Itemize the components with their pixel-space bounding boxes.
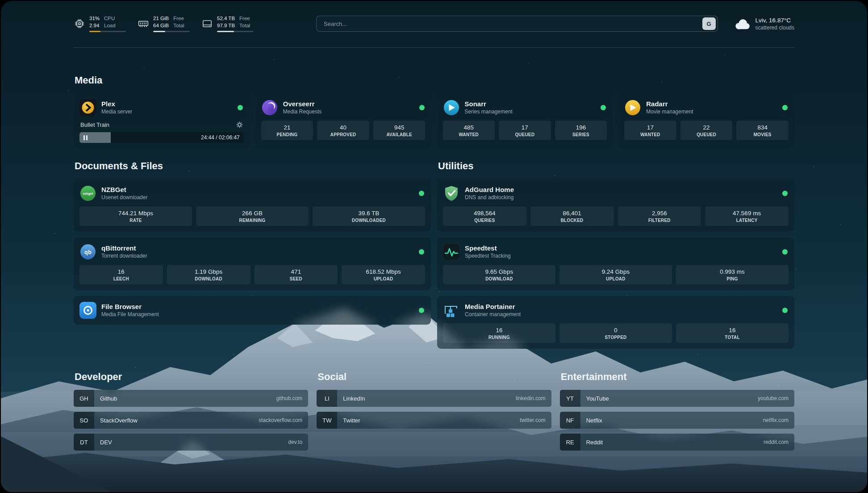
stat-wanted: 485 WANTED <box>443 121 495 140</box>
section-documents: Documents & Files nzbget <box>74 160 431 325</box>
service-card-sonarr[interactable]: Sonarr Series management 485 WANTED 17 Q… <box>437 93 613 149</box>
cpu-load-label: Load <box>104 22 116 29</box>
stat-leech: 16 LEECH <box>79 265 163 284</box>
stat-total: 16 TOTAL <box>676 323 789 343</box>
filebrowser-icon <box>79 302 96 319</box>
memory-total-label: Total <box>173 22 184 29</box>
qbittorrent-header[interactable]: qb qBittorrent Torrent downloader <box>79 243 425 260</box>
bookmark-url: reddit.com <box>764 439 789 445</box>
section-entertainment: Entertainment YT YouTube youtube.com NF … <box>560 371 794 451</box>
header-divider <box>74 47 794 48</box>
memory-free: 21 GiB <box>153 15 169 22</box>
sonarr-icon <box>443 99 460 116</box>
stat-blocked: 86,401 BLOCKED <box>530 206 614 226</box>
bookmark-abbr: NF <box>560 412 580 429</box>
disk-usage-fill <box>217 31 234 32</box>
stat-queued: 17 QUEUED <box>499 121 551 140</box>
bookmark-abbr: DT <box>74 434 94 451</box>
stat-downloaded: 39.6 TB DOWNLOADED <box>313 206 425 226</box>
stat-movies: 834 MOVIES <box>736 121 789 140</box>
bookmark-abbr: GH <box>74 390 94 407</box>
nzbget-header[interactable]: nzbget NZBGet Usenet downloader <box>79 185 425 202</box>
svg-text:nzbget: nzbget <box>83 192 93 196</box>
bookmark-abbr: YT <box>560 390 580 407</box>
portainer-icon <box>443 302 460 319</box>
service-card-radarr[interactable]: Radarr Movie management 17 WANTED 22 QUE… <box>618 93 794 149</box>
adguard-header[interactable]: AdGuard Home DNS and adblocking <box>443 185 789 202</box>
plex-header[interactable]: Plex Media server <box>79 99 244 116</box>
status-dot <box>782 105 788 110</box>
bookmark-github[interactable]: GH Github github.com <box>74 390 308 407</box>
bookmark-netflix[interactable]: NF Netflix netflix.com <box>560 412 794 429</box>
service-card-adguard[interactable]: AdGuard Home DNS and adblocking 498,564 … <box>437 179 794 232</box>
disk-free-label: Free <box>239 15 250 22</box>
status-dot <box>419 308 424 313</box>
app-name: Radarr <box>646 100 693 109</box>
bookmark-url: github.com <box>276 395 303 401</box>
disk-icon <box>201 18 213 29</box>
service-card-speedtest[interactable]: Speedtest Speedtest Tracking 9.65 Gbps D… <box>437 238 794 290</box>
resource-widgets: 31% 2.94 CPU Load <box>74 15 254 32</box>
status-dot <box>419 105 425 110</box>
cpu-icon <box>74 18 85 29</box>
bookmark-name: Twitter <box>343 417 360 424</box>
gear-icon[interactable] <box>236 121 243 128</box>
app-name: AdGuard Home <box>465 185 514 194</box>
portainer-header[interactable]: Media Portainer Container management <box>443 302 789 319</box>
memory-usage-bar <box>153 31 190 32</box>
stat-download: 9.65 Gbps DOWNLOAD <box>443 265 555 284</box>
service-card-overseerr[interactable]: Overseerr Media Requests 21 PENDING 40 A… <box>255 93 431 149</box>
bookmark-abbr: RE <box>560 434 580 451</box>
bookmark-url: netflix.com <box>763 417 789 423</box>
overseerr-header[interactable]: Overseerr Media Requests <box>261 99 426 116</box>
search-provider-button[interactable]: G <box>702 17 716 30</box>
filebrowser-header[interactable]: File Browser Media File Management <box>79 302 425 319</box>
cpu-label: CPU <box>104 15 116 22</box>
search-input[interactable] <box>323 20 702 28</box>
status-dot <box>238 105 243 110</box>
status-dot <box>601 105 606 110</box>
memory-widget: 21 GiB 64 GiB Free Total <box>138 15 190 32</box>
service-card-filebrowser[interactable]: File Browser Media File Management <box>74 296 431 325</box>
speedtest-header[interactable]: Speedtest Speedtest Tracking <box>443 243 789 260</box>
radarr-icon <box>624 99 641 116</box>
service-card-portainer[interactable]: Media Portainer Container management 16 … <box>437 296 794 349</box>
stat-queued: 22 QUEUED <box>680 121 733 140</box>
app-subtitle: Media server <box>101 109 132 116</box>
app-subtitle: DNS and adblocking <box>465 194 514 201</box>
stat-rate: 744.21 Mbps RATE <box>79 206 192 226</box>
radarr-header[interactable]: Radarr Movie management <box>624 99 789 116</box>
stat-upload: 618.52 Mbps UPLOAD <box>342 265 425 284</box>
bookmark-dev[interactable]: DT DEV dev.to <box>74 434 308 451</box>
bookmark-abbr: SO <box>74 412 94 429</box>
bookmark-twitter[interactable]: TW Twitter twitter.com <box>317 412 551 429</box>
weather-condition: scattered clouds <box>755 25 794 31</box>
background-snow <box>1 1 2 2</box>
disk-widget: 52.4 TB 97.9 TB Free Total <box>201 15 254 32</box>
bookmark-youtube[interactable]: YT YouTube youtube.com <box>560 390 794 407</box>
stat-stopped: 0 STOPPED <box>559 323 672 343</box>
sonarr-header[interactable]: Sonarr Series management <box>443 99 607 116</box>
stat-series: 196 SERIES <box>555 121 607 140</box>
bookmark-reddit[interactable]: RE Reddit reddit.com <box>560 434 794 451</box>
service-card-nzbget[interactable]: nzbget NZBGet Usenet downloader 744.21 M… <box>74 179 431 232</box>
status-dot <box>419 249 424 255</box>
service-card-plex[interactable]: Plex Media server Bullet Train <box>74 93 250 149</box>
disk-free: 52.4 TB <box>217 15 235 22</box>
app-subtitle: Movie management <box>646 109 693 116</box>
bookmark-name: YouTube <box>586 395 609 402</box>
bookmark-stackoverflow[interactable]: SO StackOverflow stackoverflow.com <box>74 412 308 429</box>
overseerr-icon <box>261 99 278 116</box>
top-bar: 31% 2.94 CPU Load <box>74 1 794 32</box>
bookmark-name: StackOverflow <box>100 417 138 424</box>
bookmark-url: dev.to <box>288 439 303 445</box>
bookmark-linkedin[interactable]: LI LinkedIn linkedin.com <box>317 390 551 407</box>
app-subtitle: Series management <box>465 109 513 116</box>
cpu-load: 2.94 <box>89 22 100 29</box>
service-card-qbittorrent[interactable]: qb qBittorrent Torrent downloader 16 <box>74 238 431 290</box>
app-subtitle: Container management <box>465 311 521 318</box>
search-bar[interactable]: G <box>316 16 718 32</box>
app-name: NZBGet <box>101 185 147 194</box>
bookmark-url: stackoverflow.com <box>259 417 302 423</box>
section-utilities: Utilities AdGuard Home <box>437 160 794 349</box>
